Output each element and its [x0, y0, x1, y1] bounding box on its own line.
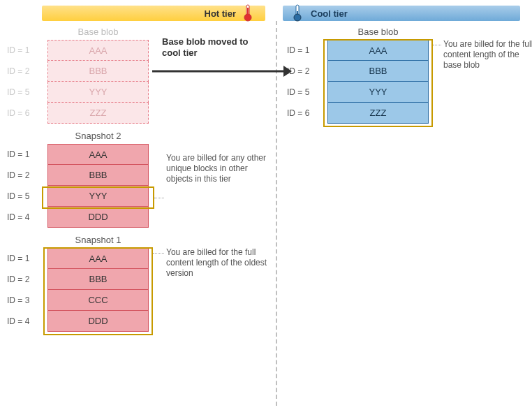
svg-point-2: [244, 14, 251, 21]
hot-tier-header: Hot tier: [42, 6, 265, 21]
thermometer-hot-icon: [243, 4, 253, 22]
thermometer-cool-icon: [293, 4, 302, 22]
id-cell: ID = 4: [7, 207, 40, 228]
value-cell: AAA: [47, 40, 149, 61]
move-label: Base blob moved to cool tier: [162, 36, 260, 58]
hot-tier-label: Hot tier: [205, 8, 237, 19]
value-cell: AAA: [47, 144, 149, 165]
hot-snap1-title: Snapshot 1: [47, 235, 149, 245]
id-cell: ID = 2: [7, 61, 40, 82]
cool-tier-column: Cool tier Base blob ID = 1 AAA ID = 2 BB…: [276, 0, 532, 343]
id-cell: ID = 2: [7, 269, 40, 290]
hot-snapshot2-block: Snapshot 2 ID = 1 AAA ID = 2 BBB ID = 5 …: [7, 131, 269, 228]
svg-rect-3: [296, 5, 299, 15]
annotation-snap2: You are billed for any other unique bloc…: [166, 153, 271, 184]
value-cell: ZZZ: [47, 103, 149, 124]
svg-rect-4: [297, 11, 298, 15]
value-cell: YYY: [327, 82, 429, 103]
svg-point-5: [294, 14, 301, 21]
cool-base-blob-block: Base blob ID = 1 AAA ID = 2 BBB ID = 5 Y…: [287, 27, 525, 124]
id-cell: ID = 1: [7, 40, 40, 61]
id-cell: ID = 2: [287, 61, 320, 82]
value-cell: YYY: [47, 186, 149, 207]
cool-base-title: Base blob: [327, 27, 429, 37]
svg-rect-0: [246, 5, 249, 15]
value-cell: AAA: [327, 40, 429, 61]
diagram-root: Hot tier Base blob ID = 1 AAA ID = 2 BBB…: [0, 0, 532, 343]
value-cell: YYY: [47, 82, 149, 103]
value-cell: DDD: [47, 311, 149, 332]
tier-divider: [276, 21, 277, 406]
id-cell: ID = 6: [287, 103, 320, 124]
id-cell: ID = 1: [7, 248, 40, 269]
value-cell: DDD: [47, 207, 149, 228]
value-cell: ZZZ: [327, 103, 429, 124]
id-cell: ID = 1: [7, 144, 40, 165]
id-cell: ID = 5: [7, 186, 40, 207]
value-cell: BBB: [47, 269, 149, 290]
hot-base-title: Base blob: [47, 27, 149, 37]
cool-tier-header: Cool tier: [283, 6, 520, 21]
id-cell: ID = 3: [7, 290, 40, 311]
id-cell: ID = 5: [7, 82, 40, 103]
value-cell: BBB: [327, 61, 429, 82]
svg-rect-1: [247, 8, 249, 15]
annotation-snap1: You are billed for the full content leng…: [166, 247, 271, 279]
value-cell: BBB: [47, 61, 149, 82]
hot-snap2-title: Snapshot 2: [47, 131, 149, 141]
hot-snapshot1-block: Snapshot 1 ID = 1 AAA ID = 2 BBB ID = 3 …: [7, 235, 269, 332]
id-cell: ID = 5: [287, 82, 320, 103]
cool-tier-label: Cool tier: [311, 8, 348, 19]
id-cell: ID = 6: [7, 103, 40, 124]
id-cell: ID = 2: [7, 165, 40, 186]
value-cell: AAA: [47, 248, 149, 269]
value-cell: BBB: [47, 165, 149, 186]
value-cell: CCC: [47, 290, 149, 311]
id-cell: ID = 1: [287, 40, 320, 61]
id-cell: ID = 4: [7, 311, 40, 332]
annotation-cool-base: You are billed for the full content leng…: [443, 39, 532, 71]
